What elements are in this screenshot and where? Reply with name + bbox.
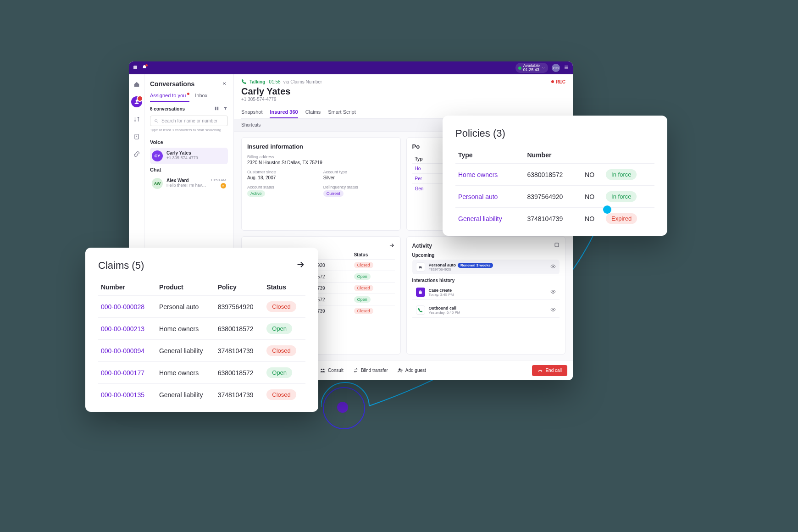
add-guest-button[interactable]: Add guest bbox=[397, 367, 426, 373]
policies-row[interactable]: Home owners6380018572NOIn force bbox=[455, 164, 654, 186]
upcoming-item-sub: #8397564920 bbox=[429, 267, 547, 272]
svg-point-12 bbox=[553, 266, 554, 267]
activity-title: Activity bbox=[412, 243, 432, 249]
activity-card: Activity Upcoming Personal autoRenewal 3… bbox=[406, 236, 566, 355]
expand-arrow-icon[interactable] bbox=[388, 242, 395, 250]
conversation-name: Alex Ward bbox=[166, 178, 207, 183]
end-call-button[interactable]: End call bbox=[532, 365, 567, 376]
tab-claims[interactable]: Claims bbox=[305, 106, 321, 118]
consult-button[interactable]: Consult bbox=[320, 367, 344, 373]
acctstatus-label: Account status bbox=[247, 185, 319, 189]
claims-mini-col-status: Status bbox=[351, 250, 395, 260]
billing-label: Billing address bbox=[247, 155, 395, 159]
history-label: Interactions history bbox=[412, 278, 560, 283]
collapse-panel-icon[interactable] bbox=[222, 80, 228, 88]
svg-rect-4 bbox=[565, 69, 568, 69]
unread-badge: 5 bbox=[221, 183, 226, 188]
tab-assigned-to-you[interactable]: Assigned to you bbox=[150, 93, 189, 102]
conversation-sub: Hello there! I'm having trouble ... bbox=[166, 183, 207, 188]
phone-icon bbox=[241, 79, 247, 84]
policies-row[interactable]: General liability3748104739NOExpired bbox=[455, 208, 654, 230]
claims-col-status: Status bbox=[264, 279, 305, 296]
columns-icon[interactable] bbox=[214, 106, 219, 112]
rail-link-icon[interactable] bbox=[131, 149, 142, 160]
accttype-label: Account type bbox=[323, 170, 395, 174]
car-icon bbox=[416, 262, 425, 272]
history-item[interactable]: Outbound callYesterday, 6:45 PM bbox=[412, 303, 560, 318]
rail-agent-icon[interactable] bbox=[131, 96, 142, 107]
view-icon[interactable] bbox=[550, 307, 556, 313]
tab-insured-360[interactable]: Insured 360 bbox=[270, 106, 298, 118]
user-avatar[interactable]: CO bbox=[552, 64, 560, 72]
case-icon bbox=[416, 288, 425, 297]
recording-indicator: REC bbox=[551, 79, 565, 84]
rail-sort-icon[interactable] bbox=[131, 114, 142, 125]
svg-rect-1 bbox=[133, 66, 137, 69]
upcoming-item[interactable]: Personal autoRenewal 3 weeks #8397564920 bbox=[412, 260, 560, 274]
svg-rect-13 bbox=[419, 291, 421, 294]
search-icon bbox=[154, 119, 159, 123]
policies-row[interactable]: Personal auto8397564920NOIn force bbox=[455, 186, 654, 208]
claims-popout-card: Claims (5) Number Product Policy Status … bbox=[85, 248, 318, 412]
claims-row[interactable]: 000-00-000177Home owners6380018572Open bbox=[98, 362, 305, 384]
delinq-label: Delinquency status bbox=[323, 185, 395, 189]
conversation-item-voice[interactable]: CY Carly Yates +1 305-574-4779 bbox=[150, 148, 228, 164]
claims-popout-title: Claims (5) bbox=[98, 260, 144, 272]
svg-point-27 bbox=[321, 369, 322, 370]
agent-status-chip[interactable]: Available 01:25:43 bbox=[515, 63, 548, 73]
svg-point-29 bbox=[399, 368, 400, 370]
add-activity-icon[interactable] bbox=[554, 242, 560, 249]
claims-row[interactable]: 000-00-000135General liability3748104739… bbox=[98, 384, 305, 406]
call-duration: 01:58 bbox=[269, 79, 281, 84]
expand-arrow-icon[interactable] bbox=[295, 260, 305, 272]
claims-col-policy: Policy bbox=[215, 279, 264, 296]
sort-icon[interactable] bbox=[205, 106, 211, 112]
policies-col-number: Number bbox=[524, 147, 582, 164]
decorative-dot-cyan bbox=[603, 205, 611, 214]
svg-rect-2 bbox=[565, 66, 568, 66]
rail-home-icon[interactable] bbox=[131, 79, 142, 90]
blind-transfer-button[interactable]: Blind transfer bbox=[353, 367, 388, 373]
rail-contact-icon[interactable] bbox=[131, 131, 142, 142]
upcoming-label: Upcoming bbox=[412, 253, 560, 258]
view-icon[interactable] bbox=[550, 264, 556, 270]
app-menu-icon[interactable] bbox=[564, 65, 569, 71]
history-item-title: Outbound call bbox=[429, 306, 547, 310]
decorative-dot-purple bbox=[337, 402, 348, 413]
app-logo-icon bbox=[133, 65, 138, 71]
history-item-title: Case create bbox=[429, 288, 547, 293]
tab-snapshot[interactable]: Snapshot bbox=[241, 106, 262, 118]
upcoming-item-title: Personal auto bbox=[429, 263, 456, 267]
search-input[interactable]: Search for name or number bbox=[150, 116, 228, 126]
svg-point-15 bbox=[553, 309, 554, 310]
since-label: Customer since bbox=[247, 170, 319, 174]
view-icon[interactable] bbox=[550, 289, 556, 295]
agent-status-time: 01:25:43 bbox=[523, 68, 540, 72]
search-hint: Type at least 3 characters to start sear… bbox=[150, 128, 228, 132]
accttype-value: Silver bbox=[323, 175, 395, 180]
claims-row[interactable]: 000-00-000028Personal auto8397564920Clos… bbox=[98, 296, 305, 318]
conversation-sub: +1 305-574-4779 bbox=[166, 155, 226, 160]
billing-value: 2320 N Houston St Dallas, TX 75219 bbox=[247, 160, 395, 165]
delinq-value: Current bbox=[323, 190, 344, 197]
claims-row[interactable]: 000-00-000094General liability3748104739… bbox=[98, 340, 305, 362]
claims-row[interactable]: 000-00-000213Home owners6380018572Open bbox=[98, 318, 305, 340]
avatar-initials: AW bbox=[152, 178, 163, 189]
chevron-down-icon bbox=[542, 66, 545, 70]
claims-col-product: Product bbox=[156, 279, 215, 296]
tab-inbox[interactable]: Inbox bbox=[195, 93, 207, 102]
conversations-title: Conversations bbox=[150, 80, 194, 88]
history-item-sub: Today, 3:45 PM bbox=[429, 293, 547, 297]
insured-info-card: Insured information Billing address 2320… bbox=[241, 137, 401, 231]
notifications-icon[interactable] bbox=[142, 65, 147, 71]
svg-rect-3 bbox=[565, 67, 568, 68]
svg-point-7 bbox=[136, 136, 137, 137]
avatar-initials: CY bbox=[152, 150, 163, 161]
tab-smart-script[interactable]: Smart Script bbox=[328, 106, 356, 118]
titlebar: Available 01:25:43 CO bbox=[129, 61, 573, 74]
history-item[interactable]: Case createToday, 3:45 PM bbox=[412, 285, 560, 300]
conversation-item-chat[interactable]: AW Alex Ward Hello there! I'm having tro… bbox=[150, 175, 228, 192]
svg-point-14 bbox=[553, 291, 554, 293]
status-dot-icon bbox=[518, 66, 521, 70]
filter-icon[interactable] bbox=[223, 106, 228, 112]
